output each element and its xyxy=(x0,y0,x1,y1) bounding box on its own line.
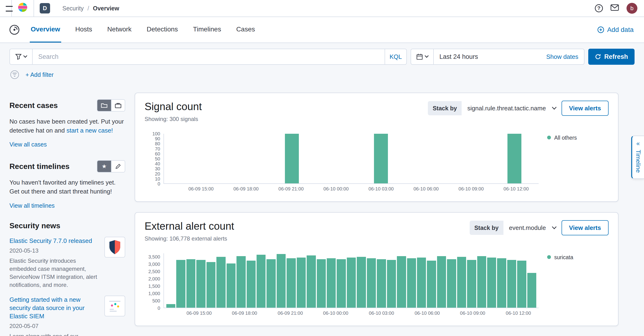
tab-overview[interactable]: Overview xyxy=(30,17,61,42)
bar[interactable] xyxy=(397,256,406,308)
help-menu-button[interactable]: ? xyxy=(595,4,603,12)
space-selector[interactable]: D xyxy=(40,3,50,14)
bar[interactable] xyxy=(497,258,506,308)
x-tick-label: 06-10 12:00 xyxy=(506,310,531,316)
kql-button[interactable]: KQL xyxy=(384,49,406,64)
bar[interactable] xyxy=(374,134,388,183)
plus-circle-icon xyxy=(597,26,604,33)
news-item-title-link[interactable]: Elastic Security 7.7.0 released xyxy=(10,237,100,245)
legend-item[interactable]: All others xyxy=(539,134,608,194)
tab-detections[interactable]: Detections xyxy=(146,17,179,42)
bar[interactable] xyxy=(508,134,522,183)
saved-query-menu-button[interactable] xyxy=(10,49,32,64)
bar[interactable] xyxy=(387,260,396,308)
bar[interactable] xyxy=(507,260,516,308)
search-bar: KQL xyxy=(10,49,407,65)
bar[interactable] xyxy=(206,262,216,308)
bar[interactable] xyxy=(285,134,299,183)
bar[interactable] xyxy=(176,260,185,308)
bar[interactable] xyxy=(467,260,476,308)
y-tick-label: 1,000 xyxy=(148,291,160,296)
bar[interactable] xyxy=(277,254,286,308)
chevron-down-icon xyxy=(24,54,28,58)
bar[interactable] xyxy=(297,258,306,308)
stack-by-select[interactable]: Stack by signal.rule.threat.tactic.name xyxy=(428,101,556,115)
bar[interactable] xyxy=(437,256,446,308)
date-quick-select-button[interactable] xyxy=(411,49,434,64)
tab-timelines[interactable]: Timelines xyxy=(192,17,222,42)
tab-hosts[interactable]: Hosts xyxy=(74,17,93,42)
y-tick-label: 3,500 xyxy=(148,254,160,259)
bar[interactable] xyxy=(226,264,236,308)
bar[interactable] xyxy=(447,259,456,308)
bar[interactable] xyxy=(186,259,195,308)
bar[interactable] xyxy=(517,260,526,308)
bar[interactable] xyxy=(367,258,376,308)
x-tick-label: 06-10 09:00 xyxy=(458,186,484,192)
refresh-button[interactable]: Refresh xyxy=(588,49,634,65)
bar[interactable] xyxy=(457,257,466,308)
newsfeed-button[interactable] xyxy=(610,4,619,12)
recently-created-cases-button[interactable] xyxy=(97,100,111,111)
chevron-down-icon xyxy=(425,54,429,58)
view-all-cases-link[interactable]: View all cases xyxy=(10,141,47,148)
stack-by-select[interactable]: Stack by event.module xyxy=(470,221,556,235)
bar[interactable] xyxy=(317,259,326,308)
bar[interactable] xyxy=(347,258,356,308)
bar[interactable] xyxy=(487,258,496,308)
bar[interactable] xyxy=(166,304,175,308)
bar[interactable] xyxy=(327,258,336,308)
y-tick-label: 10 xyxy=(155,176,160,181)
bar[interactable] xyxy=(256,255,266,308)
date-range-display[interactable]: Last 24 hours Show dates xyxy=(434,49,584,64)
show-dates-link[interactable]: Show dates xyxy=(546,53,578,60)
breadcrumb-security[interactable]: Security xyxy=(62,5,84,12)
bar[interactable] xyxy=(417,258,426,308)
updated-timelines-button[interactable] xyxy=(111,161,125,172)
bar[interactable] xyxy=(247,260,256,308)
view-alerts-button[interactable]: View alerts xyxy=(562,220,608,235)
breadcrumb-overview: Overview xyxy=(93,5,119,12)
bar[interactable] xyxy=(407,258,416,308)
favorited-timelines-button[interactable]: ★ xyxy=(97,161,111,172)
search-input[interactable] xyxy=(32,49,384,64)
news-item-title-link[interactable]: Getting started with a new security data… xyxy=(10,296,100,320)
tab-network[interactable]: Network xyxy=(106,17,132,42)
bar[interactable] xyxy=(236,256,246,308)
view-all-timelines-link[interactable]: View all timelines xyxy=(10,202,54,209)
bar[interactable] xyxy=(427,260,436,308)
y-tick-label: 3,000 xyxy=(148,262,160,266)
bar[interactable] xyxy=(337,259,346,308)
x-tick-label: 06-09 21:00 xyxy=(278,186,304,192)
elastic-logo[interactable] xyxy=(18,2,28,14)
start-new-case-link[interactable]: start a new case! xyxy=(66,127,113,134)
security-news-title: Security news xyxy=(10,222,60,230)
bar[interactable] xyxy=(307,256,316,308)
x-axis: 06-09 15:0006-09 18:0006-09 21:0006-10 0… xyxy=(164,310,539,318)
bar[interactable] xyxy=(286,258,296,308)
y-tick-label: 0 xyxy=(158,306,160,310)
stack-by-label: Stack by xyxy=(470,221,504,235)
chevron-down-icon xyxy=(552,105,556,110)
stack-by-label: Stack by xyxy=(428,101,462,115)
add-filter-button[interactable]: + Add filter xyxy=(26,71,54,78)
bar[interactable] xyxy=(357,257,366,308)
bar[interactable] xyxy=(527,273,536,308)
bar[interactable] xyxy=(477,256,486,308)
timeline-flyout-button[interactable]: « Timeline xyxy=(631,136,644,179)
filter-icon[interactable] xyxy=(10,70,19,79)
recently-updated-cases-button[interactable] xyxy=(111,100,125,111)
bar[interactable] xyxy=(266,259,276,308)
legend-item[interactable]: suricata xyxy=(539,253,608,318)
bar[interactable] xyxy=(377,259,386,308)
signal-count-panel: Signal count Showing: 300 signals Stack … xyxy=(135,92,618,202)
y-tick-label: 50 xyxy=(155,156,160,161)
add-data-button[interactable]: Add data xyxy=(597,17,634,42)
y-tick-label: 1,500 xyxy=(148,284,160,288)
user-menu-button[interactable]: b xyxy=(626,3,638,14)
briefcase-icon xyxy=(115,102,122,108)
view-alerts-button[interactable]: View alerts xyxy=(562,101,608,116)
tab-cases[interactable]: Cases xyxy=(235,17,256,42)
bar[interactable] xyxy=(196,260,205,308)
bar[interactable] xyxy=(216,257,226,308)
